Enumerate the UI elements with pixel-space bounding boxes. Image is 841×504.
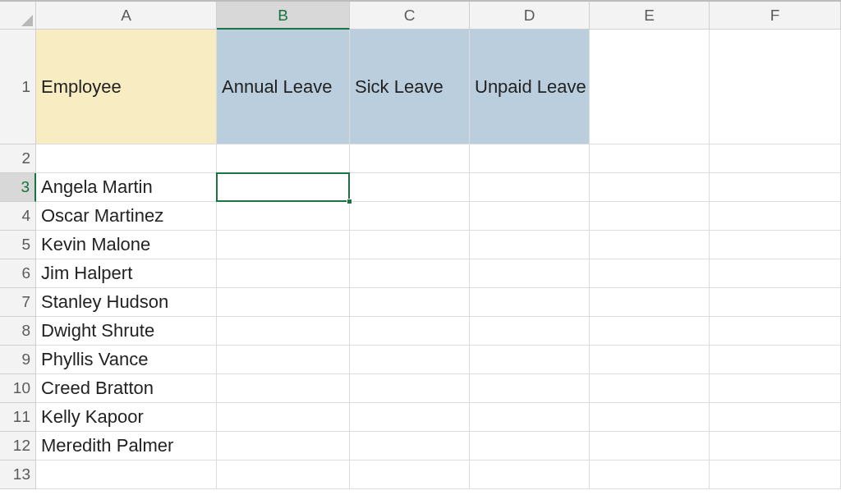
cell-B7[interactable] — [217, 288, 350, 317]
cell-C2[interactable] — [350, 144, 470, 173]
cell-C12[interactable] — [350, 432, 470, 460]
cell-F11[interactable] — [710, 403, 841, 432]
cell-D5[interactable] — [470, 231, 590, 259]
cell-C10[interactable] — [350, 374, 470, 403]
row-header-10[interactable]: 10 — [0, 374, 36, 403]
cell-F5[interactable] — [710, 231, 841, 259]
col-header-E[interactable]: E — [590, 2, 710, 30]
cell-E5[interactable] — [590, 231, 710, 259]
cell-E7[interactable] — [590, 288, 710, 317]
cell-A2[interactable] — [36, 144, 217, 173]
cell-B4[interactable] — [217, 202, 350, 231]
cell-C13[interactable] — [350, 460, 470, 489]
cell-C5[interactable] — [350, 231, 470, 259]
cell-F2[interactable] — [710, 144, 841, 173]
cell-E8[interactable] — [590, 317, 710, 346]
cell-E2[interactable] — [590, 144, 710, 173]
cell-A6[interactable]: Jim Halpert — [36, 259, 217, 288]
cell-E10[interactable] — [590, 374, 710, 403]
select-all-corner[interactable] — [0, 2, 36, 30]
cell-A9[interactable]: Phyllis Vance — [36, 346, 217, 374]
row-header-7[interactable]: 7 — [0, 288, 36, 317]
cell-B11[interactable] — [217, 403, 350, 432]
cell-F8[interactable] — [710, 317, 841, 346]
cell-A10[interactable]: Creed Bratton — [36, 374, 217, 403]
col-header-A[interactable]: A — [36, 2, 217, 30]
cell-E11[interactable] — [590, 403, 710, 432]
cell-A11[interactable]: Kelly Kapoor — [36, 403, 217, 432]
row-header-13[interactable]: 13 — [0, 460, 36, 489]
cell-E3[interactable] — [590, 173, 710, 202]
cell-A8[interactable]: Dwight Shrute — [36, 317, 217, 346]
row-header-4[interactable]: 4 — [0, 202, 36, 231]
cell-F7[interactable] — [710, 288, 841, 317]
cell-B6[interactable] — [217, 259, 350, 288]
cell-D6[interactable] — [470, 259, 590, 288]
cell-E1[interactable] — [590, 30, 710, 144]
cell-B9[interactable] — [217, 346, 350, 374]
cell-D7[interactable] — [470, 288, 590, 317]
cell-C9[interactable] — [350, 346, 470, 374]
cell-B10[interactable] — [217, 374, 350, 403]
cell-F10[interactable] — [710, 374, 841, 403]
row-header-9[interactable]: 9 — [0, 346, 36, 374]
col-header-B[interactable]: B — [217, 2, 350, 30]
cell-A1[interactable]: Employee — [36, 30, 217, 144]
row-header-2[interactable]: 2 — [0, 144, 36, 173]
cell-A3[interactable]: Angela Martin — [36, 173, 217, 202]
select-all-triangle-icon — [21, 15, 33, 26]
cell-D12[interactable] — [470, 432, 590, 460]
cell-D4[interactable] — [470, 202, 590, 231]
cell-D9[interactable] — [470, 346, 590, 374]
cell-E13[interactable] — [590, 460, 710, 489]
cell-D10[interactable] — [470, 374, 590, 403]
cell-B1[interactable]: Annual Leave — [217, 30, 350, 144]
row-header-3[interactable]: 3 — [0, 173, 36, 202]
cell-D8[interactable] — [470, 317, 590, 346]
cell-B13[interactable] — [217, 460, 350, 489]
cell-B8[interactable] — [217, 317, 350, 346]
col-header-C[interactable]: C — [350, 2, 470, 30]
cell-B12[interactable] — [217, 432, 350, 460]
row-header-8[interactable]: 8 — [0, 317, 36, 346]
cell-E4[interactable] — [590, 202, 710, 231]
cell-A12[interactable]: Meredith Palmer — [36, 432, 217, 460]
cell-A5[interactable]: Kevin Malone — [36, 231, 217, 259]
row-header-5[interactable]: 5 — [0, 231, 36, 259]
cell-B5[interactable] — [217, 231, 350, 259]
cell-D13[interactable] — [470, 460, 590, 489]
cell-C8[interactable] — [350, 317, 470, 346]
row-header-1[interactable]: 1 — [0, 30, 36, 144]
cell-F6[interactable] — [710, 259, 841, 288]
col-header-F[interactable]: F — [710, 2, 841, 30]
col-header-D[interactable]: D — [470, 2, 590, 30]
cell-A13[interactable] — [36, 460, 217, 489]
cell-F1[interactable] — [710, 30, 841, 144]
cell-F4[interactable] — [710, 202, 841, 231]
cell-C1[interactable]: Sick Leave — [350, 30, 470, 144]
cell-E6[interactable] — [590, 259, 710, 288]
cell-D11[interactable] — [470, 403, 590, 432]
cell-B2[interactable] — [217, 144, 350, 173]
cell-A7[interactable]: Stanley Hudson — [36, 288, 217, 317]
cell-C11[interactable] — [350, 403, 470, 432]
cell-C7[interactable] — [350, 288, 470, 317]
fill-handle[interactable] — [347, 199, 352, 204]
row-header-6[interactable]: 6 — [0, 259, 36, 288]
cell-C4[interactable] — [350, 202, 470, 231]
cell-D2[interactable] — [470, 144, 590, 173]
cell-A4[interactable]: Oscar Martinez — [36, 202, 217, 231]
cell-E9[interactable] — [590, 346, 710, 374]
row-header-11[interactable]: 11 — [0, 403, 36, 432]
cell-E12[interactable] — [590, 432, 710, 460]
cell-D1[interactable]: Unpaid Leave — [470, 30, 590, 144]
cell-F9[interactable] — [710, 346, 841, 374]
cell-F13[interactable] — [710, 460, 841, 489]
cell-C6[interactable] — [350, 259, 470, 288]
cell-F3[interactable] — [710, 173, 841, 202]
cell-D3[interactable] — [470, 173, 590, 202]
cell-F12[interactable] — [710, 432, 841, 460]
row-header-12[interactable]: 12 — [0, 432, 36, 460]
cell-C3[interactable] — [350, 173, 470, 202]
cell-B3[interactable] — [217, 173, 350, 202]
